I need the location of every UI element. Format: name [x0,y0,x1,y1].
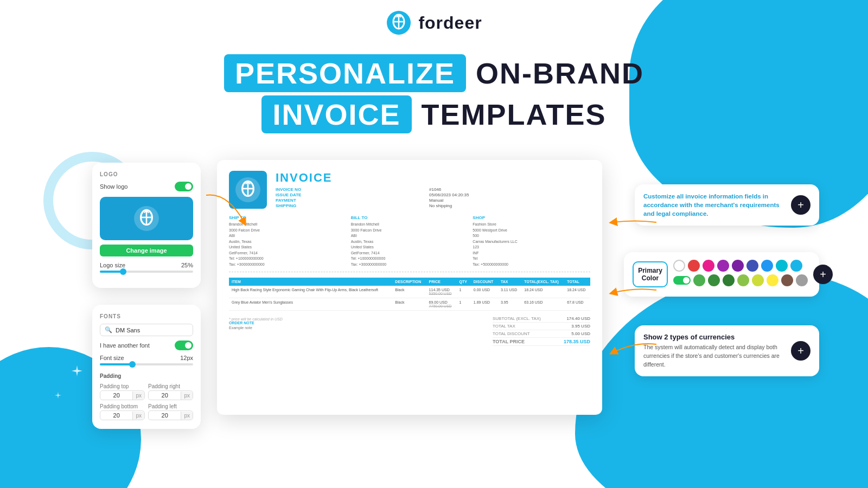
font-size-row: Font size 12px [100,355,193,361]
color-swatch-light-green[interactable] [737,274,749,286]
font-size-value: 12px [180,355,193,361]
order-note-block: * price will be calculated in USD ORDER … [229,315,486,346]
font-slider-fill [100,363,132,365]
star-decoration-4 [54,391,62,401]
color-swatch-lime[interactable] [752,274,764,286]
item-discount-1: 0.00 USD [471,286,498,298]
subtotal-row: SUBTOTAL (EXCL. TAX) 174.40 USD [493,315,590,323]
font-slider-thumb[interactable] [129,361,136,368]
another-font-toggle[interactable] [175,341,193,350]
show-logo-toggle[interactable] [175,182,193,191]
padding-left-unit: px [181,412,193,420]
invoice-title-block: INVOICE INVOICE NO #1046 ISSUE DATE 05/0… [276,171,590,208]
color-swatch-cyan[interactable] [776,260,788,272]
color-swatch-pink[interactable] [703,260,714,272]
color-swatch-white[interactable] [673,260,685,272]
invoice-table-header-row: ITEM DESCRIPTION PRICE QTY DISCOUNT TAX … [229,278,590,286]
item-total-excl-1: 18.24 USD [521,286,564,298]
change-image-button[interactable]: Change image [100,245,193,256]
ship-to-block: SHIP TO Brandon Mitchell3000 Falcon Driv… [229,215,347,267]
total-tax-value: 3.95 USD [571,324,590,329]
color-swatch-darker-green[interactable] [723,274,735,286]
currency-note: * price will be calculated in USD [229,317,486,321]
item-qty-2: 1 [457,298,471,311]
padding-top-item: Padding top 20 px [100,383,145,400]
color-toggle[interactable] [673,276,691,285]
color-swatch-grey[interactable] [796,274,808,286]
invoice-no-label: INVOICE NO [276,187,423,192]
logo-size-row: Logo size 25% [100,262,193,268]
col-discount: DISCOUNT [471,278,498,286]
col-price: PRICE [426,278,457,286]
color-swatch-red[interactable] [688,260,700,272]
invoice-details-row: SHIP TO Brandon Mitchell3000 Falcon Driv… [229,215,590,272]
show-logo-label: Show logo [100,183,127,190]
color-swatch-indigo[interactable] [746,260,758,272]
color-swatch-blue[interactable] [761,260,773,272]
search-icon: 🔍 [105,326,112,333]
invoice-header: INVOICE INVOICE NO #1046 ISSUE DATE 05/0… [229,171,590,209]
primary-color-label: Primary Color [633,261,668,287]
font-size-label: Font size [100,355,124,361]
subtotal-value: 174.40 USD [566,316,590,321]
invoice-logo-icon [234,176,261,203]
item-price-1: 114.35 USD5350.00 USD [426,286,457,298]
ship-to-address: Brandon Mitchell3000 Falcon DriveABIAust… [229,222,347,267]
color-row-1 [673,260,808,272]
fordeer-logo-icon [386,10,412,36]
col-item: ITEM [229,278,392,286]
invoice-logo-box [229,171,267,209]
item-qty-1: 1 [457,286,471,298]
shipping-value: No shipping [429,203,590,208]
padding-bottom-unit: px [132,412,144,420]
callout-3-button[interactable]: + [791,341,810,361]
shop-title: SHOP [473,215,590,220]
color-swatch-light-blue[interactable] [790,260,802,272]
item-price-2: 69.00 USD7750.00 USD [426,298,457,311]
payment-value: Manual [429,198,590,203]
item-tax-1: 3.11 USD [498,286,521,298]
color-swatch-green[interactable] [693,274,705,286]
font-search-box[interactable]: 🔍 DM Sans [100,324,193,336]
callout-2-button[interactable]: + [813,265,833,284]
ship-to-title: SHIP TO [229,215,347,220]
color-swatch-brown[interactable] [781,274,793,286]
invoice-totals: SUBTOTAL (EXCL. TAX) 174.40 USD TOTAL TA… [493,315,590,346]
logo-size-value: 25% [181,262,193,268]
color-swatch-yellow[interactable] [767,274,778,286]
color-swatch-dark-green[interactable] [708,274,720,286]
another-font-label: I have another font [100,342,150,349]
issue-date-label: ISSUE DATE [276,192,423,197]
padding-left-input[interactable]: 20 px [148,410,193,420]
callout-currencies: Show 2 types of currencies The system wi… [635,325,819,376]
invoice-footer: * price will be calculated in USD ORDER … [229,315,590,346]
padding-right-value: 20 [149,391,181,400]
table-row: High Back Racing Style Ergonomic Gaming … [229,286,590,298]
padding-title: Padding [100,373,193,379]
padding-grid: Padding top 20 px Padding right 20 px Pa… [100,383,193,420]
padding-right-item: Padding right 20 px [148,383,193,400]
padding-bottom-input[interactable]: 20 px [100,410,145,420]
grand-total-value: 178.35 USD [564,339,590,344]
callout-1-button[interactable]: + [791,195,810,215]
color-swatch-dark-purple[interactable] [732,260,744,272]
padding-bottom-item: Padding bottom 20 px [100,403,145,420]
font-size-slider[interactable] [100,363,193,365]
item-total-2: 67.8 USD [564,298,590,311]
slider-thumb[interactable] [120,268,126,275]
padding-top-input[interactable]: 20 px [100,390,145,400]
hero-highlight-2: INVOICE [261,95,411,133]
shop-block: SHOP Fashion Store5000 Westport Drive500… [473,215,590,267]
padding-left-label: Padding left [148,403,193,409]
total-discount-label: TOTAL DISCOUNT [493,331,530,336]
callout-3-title: Show 2 types of currencies [643,333,784,341]
col-qty: QTY [457,278,471,286]
star-decoration-3 [71,364,84,380]
color-swatch-purple[interactable] [717,260,729,272]
color-swatches [673,260,808,289]
grand-total-label: TOTAL PRICE [493,339,525,344]
total-discount-value: 5.00 USD [571,331,590,336]
logo-size-slider[interactable] [100,271,193,273]
padding-right-input[interactable]: 20 px [148,390,193,400]
hero-highlight-1: PERSONALIZE [224,54,466,92]
